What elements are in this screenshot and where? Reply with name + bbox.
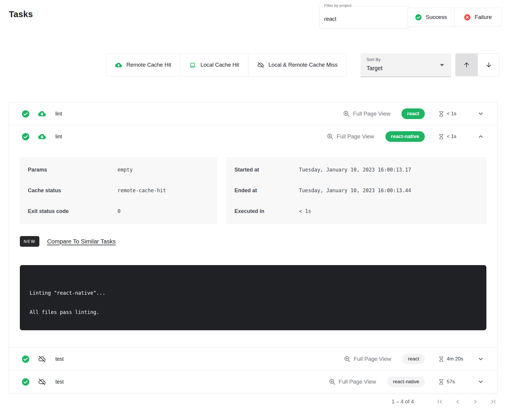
expand-chevron-down-icon[interactable] bbox=[478, 110, 484, 117]
status-success-icon bbox=[22, 110, 30, 118]
task-target: lint bbox=[55, 134, 62, 140]
hourglass-icon bbox=[438, 111, 444, 117]
task-row: lint Full Page View react-native < 1s bbox=[9, 125, 497, 347]
tasks-page: Tasks Filter by project Success Failure … bbox=[0, 0, 508, 420]
cloud-download-icon bbox=[115, 62, 122, 68]
status-success-icon bbox=[22, 133, 30, 141]
first-page-icon[interactable] bbox=[436, 397, 444, 406]
project-filter-input[interactable] bbox=[324, 16, 405, 22]
success-check-icon bbox=[415, 14, 422, 21]
hourglass-icon bbox=[438, 379, 444, 385]
pagination: 1 – 4 of 4 bbox=[392, 397, 497, 406]
cache-miss-filter-button[interactable]: Local & Remote Cache Miss bbox=[248, 54, 346, 76]
arrow-down-icon bbox=[485, 61, 492, 68]
page-title: Tasks bbox=[9, 9, 33, 19]
task-row-header[interactable]: test Full Page View react-native 57s bbox=[9, 371, 497, 393]
task-duration: < 1s bbox=[438, 111, 471, 117]
project-badge: react bbox=[402, 354, 425, 364]
cloud-off-icon bbox=[257, 62, 264, 68]
status-success-icon bbox=[22, 355, 30, 363]
task-duration: 4m 20s bbox=[438, 356, 471, 362]
compare-to-similar-tasks-link[interactable]: Compare To Similar Tasks bbox=[47, 238, 116, 245]
sort-descending-button[interactable] bbox=[478, 54, 499, 76]
new-badge: NEW bbox=[20, 236, 39, 247]
params-label: Params bbox=[28, 167, 118, 173]
ended-at-label: Ended at bbox=[234, 187, 299, 194]
sort-by-label: Sort By bbox=[366, 57, 381, 62]
sort-ascending-button[interactable] bbox=[456, 54, 478, 76]
project-filter-label: Filter by project bbox=[323, 3, 353, 8]
success-filter-button[interactable]: Success bbox=[408, 8, 454, 26]
full-page-view-label: Full Page View bbox=[354, 356, 391, 362]
task-duration-text: < 1s bbox=[447, 111, 456, 117]
task-row: test Full Page View react 4m 20s bbox=[9, 347, 497, 370]
last-page-icon[interactable] bbox=[489, 397, 497, 406]
pagination-range: 1 – 4 of 4 bbox=[392, 399, 414, 405]
remote-cache-hit-label: Remote Cache Hit bbox=[126, 62, 171, 68]
arrow-up-icon bbox=[463, 61, 470, 68]
sort-direction-group bbox=[455, 53, 500, 76]
full-page-view-button[interactable]: Full Page View bbox=[344, 355, 391, 363]
full-page-view-button[interactable]: Full Page View bbox=[327, 133, 374, 140]
previous-page-icon[interactable] bbox=[454, 397, 462, 406]
expand-chevron-down-icon[interactable] bbox=[478, 379, 484, 385]
task-details: Params empty Cache status remote-cache-h… bbox=[9, 148, 497, 347]
task-row-header[interactable]: lint Full Page View react < 1s bbox=[9, 102, 497, 125]
full-page-view-label: Full Page View bbox=[337, 133, 374, 140]
expand-chevron-down-icon[interactable] bbox=[478, 356, 484, 362]
executed-in-label: Executed in bbox=[234, 208, 299, 214]
sort-by-value: Target bbox=[366, 65, 382, 72]
cache-miss-cloud-off-icon bbox=[38, 378, 46, 386]
exit-status-code-value: 0 bbox=[118, 208, 120, 214]
task-list: lint Full Page View react < 1s bbox=[9, 102, 497, 393]
collapse-chevron-up-icon[interactable] bbox=[478, 133, 484, 140]
zoom-in-icon bbox=[329, 378, 336, 385]
caret-down-icon bbox=[440, 64, 444, 66]
task-params-panel: Params empty Cache status remote-cache-h… bbox=[20, 157, 217, 224]
task-timing-panel: Started at Tuesday, January 10, 2023 16:… bbox=[226, 157, 486, 224]
started-at-value: Tuesday, January 10, 2023 16:00:13.17 bbox=[299, 167, 411, 173]
remote-cache-hit-filter-button[interactable]: Remote Cache Hit bbox=[106, 54, 180, 76]
full-page-view-label: Full Page View bbox=[339, 379, 376, 385]
sort-by-select[interactable]: Sort By Target bbox=[361, 53, 451, 77]
task-target: test bbox=[55, 379, 64, 385]
zoom-in-icon bbox=[343, 110, 350, 117]
task-duration: < 1s bbox=[438, 134, 471, 140]
task-duration-text: 4m 20s bbox=[447, 356, 463, 362]
failure-filter-button[interactable]: Failure bbox=[454, 8, 501, 26]
project-filter-field[interactable]: Filter by project bbox=[319, 6, 410, 28]
task-target: lint bbox=[55, 111, 62, 117]
full-page-view-button[interactable]: Full Page View bbox=[343, 110, 390, 117]
params-value: empty bbox=[118, 167, 133, 173]
task-target: test bbox=[55, 356, 64, 362]
cache-filter-group: Remote Cache Hit Local Cache Hit Local &… bbox=[106, 53, 347, 76]
hourglass-icon bbox=[438, 356, 444, 362]
success-filter-label: Success bbox=[426, 14, 447, 20]
next-page-icon[interactable] bbox=[471, 397, 480, 406]
executed-in-value: < 1s bbox=[299, 208, 311, 214]
cache-status-value: remote-cache-hit bbox=[118, 187, 166, 193]
cache-status-label: Cache status bbox=[28, 187, 118, 194]
remote-cache-hit-icon bbox=[38, 110, 46, 118]
task-duration-text: 57s bbox=[447, 379, 455, 385]
laptop-icon bbox=[189, 62, 196, 68]
local-cache-hit-label: Local Cache Hit bbox=[200, 62, 239, 68]
task-row-header[interactable]: lint Full Page View react-native < 1s bbox=[9, 125, 497, 148]
full-page-view-label: Full Page View bbox=[353, 110, 390, 117]
cache-miss-label: Local & Remote Cache Miss bbox=[269, 62, 337, 68]
full-page-view-button[interactable]: Full Page View bbox=[329, 378, 376, 385]
exit-status-code-label: Exit status code bbox=[28, 208, 118, 214]
status-success-icon bbox=[22, 378, 30, 386]
status-filter-group: Success Failure bbox=[407, 8, 501, 27]
terminal-line: All files pass linting. bbox=[30, 309, 480, 315]
task-duration-text: < 1s bbox=[447, 134, 456, 140]
failure-x-icon bbox=[464, 14, 471, 21]
task-row: lint Full Page View react < 1s bbox=[9, 102, 497, 125]
project-badge: react-native bbox=[387, 376, 425, 387]
task-row-header[interactable]: test Full Page View react 4m 20s bbox=[9, 348, 497, 370]
zoom-in-icon bbox=[344, 355, 351, 363]
local-cache-hit-filter-button[interactable]: Local Cache Hit bbox=[180, 54, 248, 76]
zoom-in-icon bbox=[327, 133, 334, 140]
project-badge: react-native bbox=[385, 131, 425, 142]
terminal-line: Linting "react-native"... bbox=[30, 290, 480, 296]
